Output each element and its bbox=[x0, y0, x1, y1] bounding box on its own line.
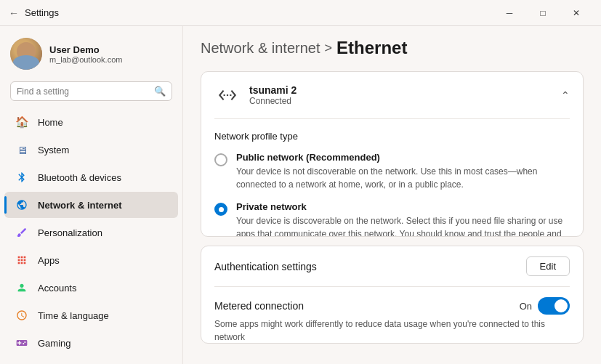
bluetooth-icon bbox=[15, 170, 29, 185]
edit-button[interactable]: Edit bbox=[526, 256, 570, 276]
private-network-info: Private network Your device is discovera… bbox=[236, 201, 570, 237]
minimize-button[interactable]: ─ bbox=[493, 3, 525, 23]
metered-desc: Some apps might work differently to redu… bbox=[214, 318, 570, 344]
sidebar-label-home: Home bbox=[38, 117, 63, 128]
chevron-up-icon: ⌃ bbox=[561, 89, 570, 101]
accounts-icon bbox=[15, 280, 29, 295]
sidebar-item-bluetooth[interactable]: Bluetooth & devices bbox=[4, 164, 178, 190]
gaming-icon bbox=[15, 336, 29, 350]
metered-toggle[interactable] bbox=[538, 297, 570, 315]
title-bar-left: ← Settings bbox=[9, 7, 59, 19]
sidebar-item-time[interactable]: Time & language bbox=[4, 302, 178, 328]
time-icon bbox=[15, 308, 29, 323]
user-info: User Demo m_lab@outlook.com bbox=[49, 44, 122, 64]
private-network-desc: Your device is discoverable on the netwo… bbox=[236, 214, 570, 237]
sidebar-label-bluetooth: Bluetooth & devices bbox=[38, 172, 121, 183]
toggle-on-text: On bbox=[520, 301, 532, 312]
avatar bbox=[10, 38, 42, 70]
sidebar-item-gaming[interactable]: Gaming bbox=[4, 330, 178, 356]
public-network-desc: Your device is not discoverable on the n… bbox=[236, 165, 570, 191]
sidebar-item-accounts[interactable]: Accounts bbox=[4, 275, 178, 301]
authentication-label: Authentication settings bbox=[214, 261, 317, 272]
sidebar-item-network[interactable]: Network & internet bbox=[4, 192, 178, 218]
window-title: Settings bbox=[25, 7, 59, 18]
title-bar: ← Settings ─ □ ✕ bbox=[0, 0, 601, 26]
maximize-button[interactable]: □ bbox=[527, 3, 559, 23]
toggle-area[interactable]: On bbox=[520, 297, 570, 315]
back-icon[interactable]: ← bbox=[9, 7, 19, 19]
private-network-option[interactable]: Private network Your device is discovera… bbox=[214, 201, 570, 237]
search-input[interactable] bbox=[17, 86, 150, 97]
metered-top: Metered connection On bbox=[214, 297, 570, 315]
search-box[interactable]: 🔍 bbox=[10, 81, 172, 101]
sidebar-label-system: System bbox=[38, 145, 69, 155]
network-profile-title: Network profile type bbox=[214, 131, 570, 142]
sidebar-label-network: Network & internet bbox=[38, 200, 122, 211]
sidebar-item-home[interactable]: 🏠 Home bbox=[4, 109, 178, 135]
home-icon: 🏠 bbox=[15, 115, 29, 129]
device-info: tsunami 2 Connected bbox=[249, 84, 297, 106]
private-network-label: Private network bbox=[236, 201, 570, 212]
main-content: Network & internet > Ethernet tsunami 2 … bbox=[183, 26, 601, 364]
breadcrumb: Network & internet > Ethernet bbox=[201, 38, 584, 58]
sidebar-item-system[interactable]: 🖥 System bbox=[4, 137, 178, 163]
metered-row: Metered connection On Some apps might wo… bbox=[201, 287, 583, 344]
sidebar: User Demo m_lab@outlook.com 🔍 🏠 Home 🖥 S… bbox=[0, 26, 183, 364]
toggle-knob bbox=[554, 299, 568, 312]
sidebar-item-personalization[interactable]: Personalization bbox=[4, 219, 178, 246]
sidebar-item-accessibility[interactable]: Accessibility bbox=[4, 357, 178, 364]
app-body: User Demo m_lab@outlook.com 🔍 🏠 Home 🖥 S… bbox=[0, 26, 601, 364]
ethernet-icon bbox=[214, 82, 241, 108]
personalize-icon bbox=[15, 225, 29, 240]
device-header-left: tsunami 2 Connected bbox=[214, 82, 297, 108]
breadcrumb-current: Ethernet bbox=[336, 38, 407, 58]
authentication-card: Authentication settings Edit Metered con… bbox=[201, 246, 584, 344]
user-name: User Demo bbox=[49, 44, 122, 55]
user-email: m_lab@outlook.com bbox=[49, 55, 122, 64]
device-status: Connected bbox=[249, 96, 297, 106]
authentication-row: Authentication settings Edit bbox=[201, 246, 583, 286]
sidebar-label-personalization: Personalization bbox=[38, 227, 102, 238]
breadcrumb-parent[interactable]: Network & internet bbox=[201, 40, 320, 57]
sidebar-label-apps: Apps bbox=[38, 255, 60, 266]
public-network-option[interactable]: Public network (Recommended) Your device… bbox=[214, 152, 570, 191]
sidebar-label-accounts: Accounts bbox=[38, 283, 76, 294]
active-indicator bbox=[4, 196, 7, 214]
public-network-info: Public network (Recommended) Your device… bbox=[236, 152, 570, 191]
device-name: tsunami 2 bbox=[249, 84, 297, 96]
user-profile[interactable]: User Demo m_lab@outlook.com bbox=[0, 26, 182, 78]
public-radio[interactable] bbox=[214, 153, 227, 166]
device-header[interactable]: tsunami 2 Connected ⌃ bbox=[201, 72, 583, 118]
breadcrumb-separator: > bbox=[325, 41, 333, 56]
system-icon: 🖥 bbox=[15, 142, 29, 157]
window-controls: ─ □ ✕ bbox=[493, 3, 592, 23]
sidebar-item-apps[interactable]: Apps bbox=[4, 247, 178, 273]
search-icon: 🔍 bbox=[154, 86, 166, 97]
network-icon bbox=[15, 198, 29, 212]
sidebar-label-time: Time & language bbox=[38, 310, 109, 321]
sidebar-label-gaming: Gaming bbox=[38, 338, 71, 349]
network-profile-section: Network profile type Public network (Rec… bbox=[201, 119, 583, 237]
public-network-label: Public network (Recommended) bbox=[236, 152, 570, 163]
apps-icon bbox=[15, 253, 29, 267]
metered-label: Metered connection bbox=[214, 300, 304, 312]
device-card: tsunami 2 Connected ⌃ Network profile ty… bbox=[201, 71, 584, 237]
close-button[interactable]: ✕ bbox=[560, 3, 592, 23]
private-radio[interactable] bbox=[214, 203, 227, 216]
